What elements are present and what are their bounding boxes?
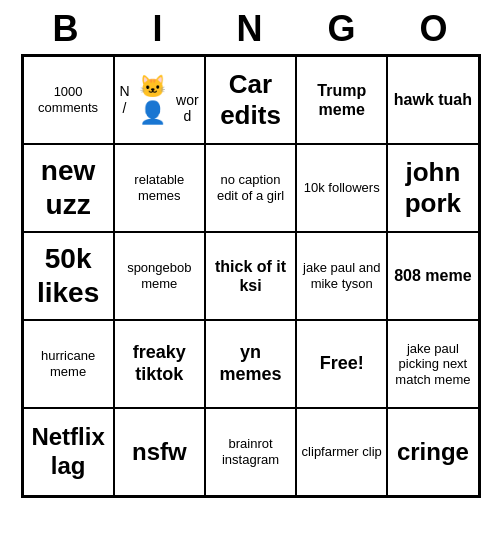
bingo-row-3: hurricane meme freaky tiktok yn memes Fr… xyxy=(23,320,479,408)
cell-1-4: john pork xyxy=(387,144,478,232)
title-b: B xyxy=(25,8,109,50)
cell-4-3: clipfarmer clip xyxy=(296,408,387,496)
cell-2-1: spongebob meme xyxy=(114,232,205,320)
cell-0-1: N/🐱👤word xyxy=(114,56,205,144)
cell-0-0: 1000 comments xyxy=(23,56,114,144)
cell-1-2: no caption edit of a girl xyxy=(205,144,296,232)
cell-3-1: freaky tiktok xyxy=(114,320,205,408)
title-g: G xyxy=(301,8,385,50)
cell-1-3: 10k followers xyxy=(296,144,387,232)
title-i: I xyxy=(117,8,201,50)
cell-2-4: 808 meme xyxy=(387,232,478,320)
cell-3-4: jake paul picking next match meme xyxy=(387,320,478,408)
title-n: N xyxy=(209,8,293,50)
cell-4-4: cringe xyxy=(387,408,478,496)
bingo-grid: 1000 comments N/🐱👤word Caredits Trump me… xyxy=(21,54,481,498)
cell-2-2: thick of it ksi xyxy=(205,232,296,320)
cell-4-1: nsfw xyxy=(114,408,205,496)
bingo-row-0: 1000 comments N/🐱👤word Caredits Trump me… xyxy=(23,56,479,144)
cell-3-2: yn memes xyxy=(205,320,296,408)
bingo-row-1: new uzz relatable memes no caption edit … xyxy=(23,144,479,232)
bingo-row-4: Netflix lag nsfw brainrot instagram clip… xyxy=(23,408,479,496)
bingo-title: B I N G O xyxy=(21,0,481,54)
cell-1-0: new uzz xyxy=(23,144,114,232)
cell-4-2: brainrot instagram xyxy=(205,408,296,496)
cell-2-3: jake paul and mike tyson xyxy=(296,232,387,320)
cell-4-0: Netflix lag xyxy=(23,408,114,496)
bingo-row-2: 50k likes spongebob meme thick of it ksi… xyxy=(23,232,479,320)
cell-0-2: Caredits xyxy=(205,56,296,144)
title-o: O xyxy=(393,8,477,50)
cell-0-3: Trump meme xyxy=(296,56,387,144)
cell-3-0: hurricane meme xyxy=(23,320,114,408)
cell-0-4: hawk tuah xyxy=(387,56,478,144)
cell-1-1: relatable memes xyxy=(114,144,205,232)
cell-2-0: 50k likes xyxy=(23,232,114,320)
cell-3-3: Free! xyxy=(296,320,387,408)
